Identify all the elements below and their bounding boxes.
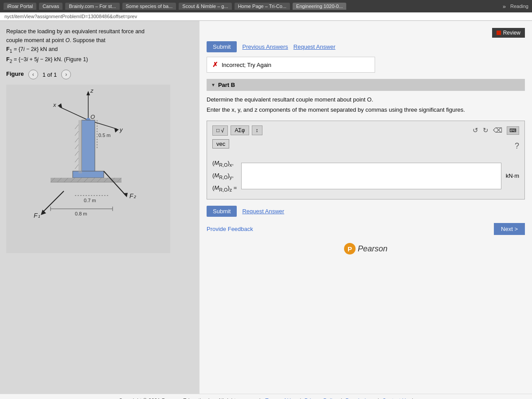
figure-diagram: z x y O: [6, 85, 170, 253]
review-label: Review: [503, 30, 520, 36]
problem-line-2: couple moment at point O. Suppose that: [6, 36, 193, 45]
previous-answers-link[interactable]: Previous Answers: [242, 43, 288, 50]
browser-bar: iRoar Portal Canvas Brainly.com – For st…: [0, 0, 532, 12]
main-content: Replace the loading by an equivalent res…: [0, 21, 532, 394]
svg-text:0.5 m: 0.5 m: [98, 133, 111, 138]
svg-text:0.7 m: 0.7 m: [84, 198, 96, 203]
toolbar-icons: ↺ ↻ ⌫ ⌨: [473, 126, 519, 135]
arrows-icon: ↕: [256, 127, 258, 133]
triangle-icon: ▼: [211, 82, 215, 87]
tab-home[interactable]: Home Page – Tri-Co...: [235, 3, 290, 10]
diagram-area: z x y O: [6, 85, 193, 387]
svg-text:0.8 m: 0.8 m: [75, 211, 87, 216]
pearson-row: P Pearson: [207, 243, 525, 254]
svg-rect-14: [78, 120, 82, 173]
moment-input[interactable]: [241, 163, 501, 189]
moment-label-y: (MR,O)y,: [212, 170, 237, 182]
tab-iroar[interactable]: iRoar Portal: [4, 3, 36, 10]
sqrt-btn[interactable]: □ √: [212, 125, 228, 136]
sigma-label: ΑΣφ: [235, 127, 245, 133]
arrows-btn[interactable]: ↕: [252, 125, 262, 135]
tab-engineering[interactable]: Engineering 1020-0...: [293, 3, 346, 10]
next-figure-btn[interactable]: ›: [61, 70, 71, 79]
svg-text:z: z: [90, 87, 94, 94]
moment-labels: (MR,O)x, (MR,O)y, (MR,O)z =: [212, 157, 237, 195]
enter-text: Enter the x, y, and z components of the …: [207, 106, 525, 114]
moment-label-x: (MR,O)x,: [212, 157, 237, 170]
vec-label: vec: [212, 139, 229, 149]
svg-text:x: x: [53, 102, 56, 108]
sqrt-icon: □: [216, 127, 219, 133]
footer: Copyright © 2021 Pearson Education Inc. …: [0, 394, 532, 399]
right-panel: Review Submit Previous Answers Request A…: [200, 21, 532, 394]
incorrect-banner: ✗ Incorrect; Try Again: [207, 57, 375, 73]
redo-btn[interactable]: ↻: [483, 126, 489, 134]
input-section: (MR,O)x, (MR,O)y, (MR,O)z = kN·m: [212, 157, 519, 195]
request-answer-link[interactable]: Request Answer: [293, 43, 336, 50]
figure-label: Figure: [6, 70, 24, 77]
bottom-actions: Submit Request Answer: [207, 206, 525, 217]
problem-line-1: Replace the loading by an equivalent res…: [6, 27, 193, 36]
review-button[interactable]: Review: [492, 28, 525, 38]
request-answer-bottom-link[interactable]: Request Answer: [242, 208, 284, 215]
undo-btn[interactable]: ↺: [473, 126, 478, 134]
next-button[interactable]: Next >: [494, 223, 525, 235]
answer-box: □ √ ΑΣφ ↕ ↺ ↻ ⌫ ⌨: [207, 121, 525, 200]
url-bar: nyct/itemView?assignmentProblemID=130084…: [0, 12, 532, 21]
page-wrap: Replace the loading by an equivalent res…: [0, 21, 532, 399]
svg-rect-12: [82, 120, 95, 173]
figure-nav-text: 1 of 1: [43, 71, 57, 78]
problem-line-3: F1 = {7i − 2k} kN and: [6, 45, 193, 55]
tab-species[interactable]: Some species of ba...: [122, 3, 176, 10]
vec-row: vec ?: [212, 139, 519, 153]
symbol-btn[interactable]: ΑΣφ: [231, 125, 249, 135]
action-row: Submit Previous Answers Request Answer: [207, 41, 525, 52]
sqrt-symbol: √: [221, 127, 224, 134]
part-b-label: Part B: [218, 82, 235, 88]
tab-canvas[interactable]: Canvas: [39, 3, 63, 10]
pearson-p-icon: P: [344, 243, 356, 254]
svg-rect-13: [73, 171, 104, 178]
tab-brainly[interactable]: Brainly.com – For st...: [65, 3, 119, 10]
feedback-row: Provide Feedback Next >: [207, 223, 525, 235]
problem-text: Replace the loading by an equivalent res…: [6, 27, 193, 65]
pearson-logo: P Pearson: [344, 243, 387, 254]
figure-nav-row: Figure ‹ 1 of 1 ›: [6, 70, 193, 79]
tab-scout[interactable]: Scout & Nimble – g...: [179, 3, 231, 10]
unit-label: kN·m: [506, 172, 519, 179]
review-area: Review: [207, 26, 525, 41]
toolbar-row: □ √ ΑΣφ ↕ ↺ ↻ ⌫ ⌨: [212, 125, 519, 136]
help-link[interactable]: ?: [515, 141, 519, 151]
incorrect-icon: ✗: [212, 61, 218, 69]
provide-feedback-link[interactable]: Provide Feedback: [207, 226, 253, 232]
svg-text:F₁: F₁: [34, 212, 40, 219]
prev-figure-btn[interactable]: ‹: [28, 70, 38, 79]
reading-mode[interactable]: Reading: [510, 4, 528, 9]
svg-text:O: O: [90, 113, 95, 120]
problem-line-4: F2 = {−3i + 5j − 2k} kN. (Figure 1): [6, 55, 193, 65]
submit-bottom-button[interactable]: Submit: [207, 206, 237, 217]
part-b-header: ▼ Part B: [207, 79, 525, 91]
pearson-brand: Pearson: [358, 244, 387, 254]
more-tabs[interactable]: »: [503, 3, 506, 10]
moment-label-z: (MR,O)z =: [212, 182, 237, 195]
svg-text:F₂: F₂: [129, 192, 136, 200]
reload-btn[interactable]: ⌫: [493, 126, 502, 134]
left-panel: Replace the loading by an equivalent res…: [0, 21, 200, 394]
review-icon: [497, 31, 501, 35]
incorrect-text: Incorrect; Try Again: [222, 62, 271, 68]
submit-top-button[interactable]: Submit: [207, 41, 237, 52]
keyboard-icon[interactable]: ⌨: [507, 126, 519, 135]
url-text: nyct/itemView?assignmentProblemID=130084…: [4, 14, 137, 19]
question-text: Determine the equivalent resultant coupl…: [207, 96, 525, 103]
